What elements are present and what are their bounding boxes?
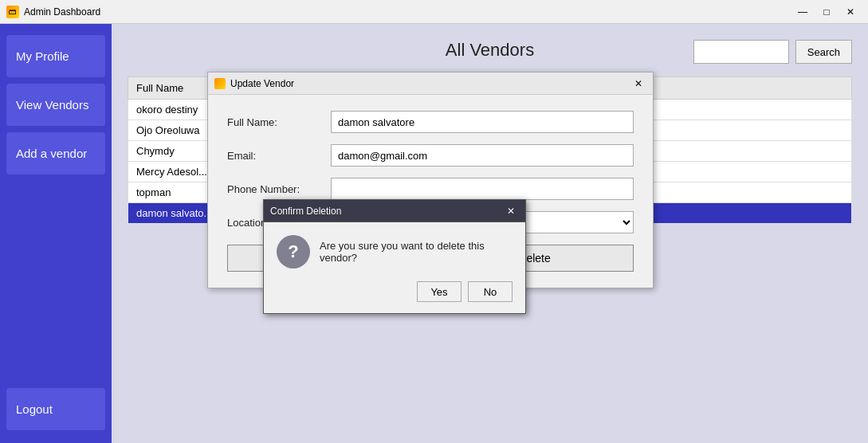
minimize-button[interactable]: —: [791, 3, 814, 21]
modal-icon: [214, 78, 226, 89]
search-button[interactable]: Search: [795, 40, 852, 64]
confirm-body: ? Are you sure you want to delete this v…: [264, 222, 525, 313]
app-icon: 🗃: [6, 6, 19, 18]
phone-row: Phone Number:: [227, 178, 634, 200]
sidebar-item-logout[interactable]: Logout: [6, 388, 105, 430]
phone-input[interactable]: [331, 178, 634, 200]
email-row: Email:: [227, 144, 634, 167]
main-content: All Vendors Search Full Name Categories …: [112, 24, 868, 443]
maximize-button[interactable]: □: [815, 3, 838, 21]
sidebar-item-label: My Profile: [16, 49, 69, 63]
search-input[interactable]: [693, 40, 789, 64]
fullname-row: Full Name:: [227, 111, 634, 133]
sidebar-item-view-vendors[interactable]: View Vendors: [6, 84, 105, 126]
confirm-title-bar: Confirm Deletion ✕: [264, 200, 525, 222]
confirm-dialog: Confirm Deletion ✕ ? Are you sure you wa…: [263, 199, 526, 314]
sidebar-item-add-vendor[interactable]: Add a vendor: [6, 132, 105, 174]
title-bar: 🗃 Admin Dashboard — □ ✕: [0, 0, 868, 24]
confirm-content: ? Are you sure you want to delete this v…: [277, 235, 513, 269]
confirm-icon: ?: [277, 235, 310, 269]
yes-button[interactable]: Yes: [417, 281, 461, 302]
confirm-message: Are you sure you want to delete this ven…: [320, 240, 513, 264]
email-label: Email:: [227, 150, 331, 162]
email-input[interactable]: [331, 144, 634, 167]
phone-label: Phone Number:: [227, 183, 331, 195]
sidebar: My Profile View Vendors Add a vendor Log…: [0, 24, 112, 443]
fullname-input[interactable]: [331, 111, 634, 133]
no-button[interactable]: No: [468, 281, 513, 302]
sidebar-item-label: View Vendors: [16, 98, 88, 112]
search-bar: Search: [693, 40, 852, 64]
confirm-buttons: Yes No: [277, 281, 513, 302]
fullname-label: Full Name:: [227, 116, 331, 128]
confirm-title-text: Confirm Deletion: [270, 206, 503, 217]
sidebar-item-label: Logout: [16, 402, 53, 416]
modal-close-button[interactable]: ✕: [630, 76, 646, 91]
close-button[interactable]: ✕: [839, 3, 862, 21]
sidebar-item-my-profile[interactable]: My Profile: [6, 35, 105, 77]
title-bar-controls: — □ ✕: [791, 3, 862, 21]
modal-title-bar: Update Vendor ✕: [208, 73, 653, 95]
title-bar-text: Admin Dashboard: [24, 6, 791, 18]
sidebar-item-label: Add a vendor: [16, 147, 87, 160]
modal-title-text: Update Vendor: [230, 78, 630, 89]
confirm-close-button[interactable]: ✕: [503, 204, 519, 218]
